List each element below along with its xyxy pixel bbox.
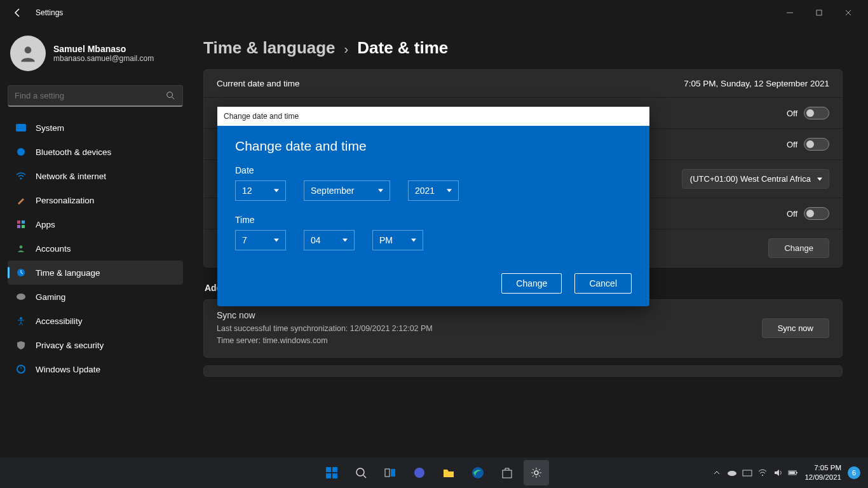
volume-icon[interactable] — [773, 468, 783, 478]
breadcrumb-current: Date & time — [357, 38, 448, 58]
store-icon[interactable] — [494, 460, 520, 485]
nav-label: Network & internet — [36, 172, 106, 181]
settings-taskbar-icon[interactable] — [524, 460, 549, 485]
svg-point-5 — [17, 148, 25, 156]
current-datetime-row: Current date and time 7:05 PM, Sunday, 1… — [204, 70, 842, 97]
day-select[interactable]: 12 — [235, 180, 286, 201]
svg-point-27 — [534, 471, 538, 475]
minute-value: 04 — [311, 235, 321, 245]
dialog-cancel-button[interactable]: Cancel — [574, 273, 632, 294]
svg-rect-7 — [17, 220, 20, 224]
search-icon — [166, 91, 176, 101]
close-button[interactable] — [834, 0, 863, 25]
breadcrumb-parent[interactable]: Time & language — [203, 38, 336, 58]
taskbar-center — [319, 460, 549, 485]
wifi-tray-icon[interactable] — [757, 468, 768, 478]
nav-label: Bluetooth & devices — [36, 147, 111, 157]
nav-windows-update[interactable]: Windows Update — [8, 357, 183, 381]
toggle-state: Off — [787, 140, 797, 149]
nav-accounts[interactable]: Accounts — [8, 236, 183, 261]
change-button[interactable]: Change — [768, 238, 829, 258]
last-sync-text: Last successful time synchronization: 12… — [217, 323, 433, 335]
user-name: Samuel Mbanaso — [53, 44, 154, 54]
toggle-state: Off — [787, 209, 797, 219]
maximize-button[interactable] — [804, 0, 834, 25]
taskbar-time: 7:05 PM — [804, 463, 841, 473]
start-button[interactable] — [319, 460, 344, 485]
explorer-icon[interactable] — [436, 460, 461, 485]
system-tray[interactable] — [712, 468, 798, 478]
hour-select[interactable]: 7 — [235, 230, 286, 250]
svg-point-11 — [20, 245, 23, 248]
onedrive-icon[interactable] — [727, 468, 737, 478]
timezone-select[interactable]: (UTC+01:00) West Central Africa — [682, 169, 829, 189]
svg-point-28 — [728, 471, 736, 476]
nav-privacy[interactable]: Privacy & security — [8, 333, 183, 357]
nav-label: Accessibility — [36, 316, 83, 326]
nav-label: Gaming — [36, 292, 65, 302]
minimize-button[interactable] — [775, 0, 804, 25]
svg-rect-9 — [17, 225, 20, 228]
taskbar-clock[interactable]: 7:05 PM 12/09/2021 — [804, 463, 841, 482]
nav-label: Apps — [36, 220, 55, 229]
nav-accessibility[interactable]: Accessibility — [8, 309, 183, 333]
nav-apps[interactable]: Apps — [8, 212, 183, 236]
svg-point-24 — [414, 468, 424, 478]
titlebar: Settings — [0, 0, 868, 25]
dialog-change-button[interactable]: Change — [501, 273, 562, 294]
edge-icon[interactable] — [465, 460, 491, 485]
svg-rect-16 — [326, 467, 331, 472]
svg-point-20 — [356, 468, 364, 476]
user-email: mbanaso.samuel@gmail.com — [53, 54, 154, 63]
nav-list: System Bluetooth & devices Network & int… — [8, 116, 183, 381]
sync-now-button[interactable]: Sync now — [762, 318, 829, 338]
battery-icon[interactable] — [788, 468, 798, 478]
svg-point-6 — [20, 178, 22, 180]
taskbar-search[interactable] — [348, 460, 374, 485]
nav-label: Windows Update — [36, 365, 100, 374]
nav-network[interactable]: Network & internet — [8, 164, 183, 188]
sidebar: Samuel Mbanaso mbanaso.samuel@gmail.com … — [0, 25, 191, 458]
taskbar-date: 12/09/2021 — [804, 473, 841, 482]
ampm-select[interactable]: PM — [372, 230, 423, 250]
toggle-4[interactable] — [804, 207, 829, 220]
dialog-title: Change date and time — [235, 139, 632, 154]
back-button[interactable] — [10, 5, 25, 20]
person-icon — [15, 243, 27, 254]
hour-value: 7 — [242, 235, 247, 245]
widgets-icon[interactable] — [407, 460, 432, 485]
svg-rect-19 — [332, 473, 337, 478]
svg-rect-17 — [332, 467, 337, 472]
nav-personalization[interactable]: Personalization — [8, 188, 183, 212]
nav-system[interactable]: System — [8, 116, 183, 140]
toggle-state: Off — [787, 109, 797, 118]
brush-icon — [15, 194, 27, 206]
nav-time-language[interactable]: Time & language — [8, 261, 183, 285]
search-input[interactable] — [15, 91, 166, 100]
minute-select[interactable]: 04 — [304, 230, 355, 250]
svg-rect-1 — [817, 10, 822, 15]
keyboard-icon[interactable] — [742, 468, 752, 478]
svg-rect-22 — [385, 469, 390, 477]
toggle-1[interactable] — [804, 107, 829, 119]
shield-icon — [15, 339, 27, 351]
bluetooth-icon — [15, 146, 27, 158]
year-value: 2021 — [415, 186, 435, 196]
svg-point-30 — [762, 475, 763, 476]
svg-rect-26 — [503, 470, 512, 478]
month-select[interactable]: September — [304, 180, 390, 201]
time-server-text: Time server: time.windows.com — [217, 335, 433, 347]
system-icon — [15, 122, 27, 133]
nav-bluetooth[interactable]: Bluetooth & devices — [8, 140, 183, 164]
nav-gaming[interactable]: Gaming — [8, 285, 183, 309]
toggle-2[interactable] — [804, 138, 829, 151]
notification-badge[interactable]: 6 — [848, 466, 860, 479]
svg-line-4 — [172, 97, 175, 99]
search-box[interactable] — [8, 85, 183, 107]
user-block[interactable]: Samuel Mbanaso mbanaso.samuel@gmail.com — [8, 30, 183, 81]
gaming-icon — [15, 291, 27, 302]
taskbar-right: 7:05 PM 12/09/2021 6 — [712, 463, 868, 482]
year-select[interactable]: 2021 — [408, 180, 459, 201]
chevron-up-icon[interactable] — [712, 468, 722, 478]
task-view[interactable] — [377, 460, 403, 485]
